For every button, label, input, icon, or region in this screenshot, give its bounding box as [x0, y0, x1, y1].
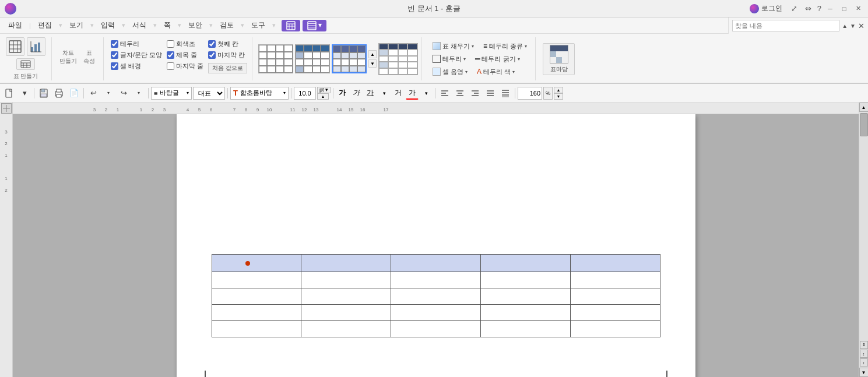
- border-color-btn[interactable]: A 테두리 색 ▾: [473, 66, 518, 77]
- zoom-up-btn[interactable]: ▲: [554, 87, 563, 93]
- table-cell-0-0[interactable]: [212, 255, 301, 272]
- search-input[interactable]: [732, 20, 839, 31]
- outline-select[interactable]: 대표: [193, 87, 225, 100]
- cb-last-row[interactable]: 마지막 줄: [167, 62, 203, 71]
- new-btn[interactable]: [2, 86, 16, 100]
- table-cell-3-1[interactable]: [301, 305, 391, 321]
- format-btn[interactable]: 표마당: [543, 43, 575, 75]
- align-left-btn[interactable]: [438, 86, 452, 100]
- menu-item-tools[interactable]: 도구: [245, 19, 271, 32]
- table-style-1[interactable]: [258, 44, 293, 73]
- font-size-input[interactable]: [294, 87, 316, 100]
- table-cell-0-3[interactable]: [480, 255, 570, 272]
- table-style-4[interactable]: [378, 43, 418, 75]
- table-cell-2-0[interactable]: [212, 288, 301, 305]
- align-right-btn[interactable]: [468, 86, 482, 100]
- justify-all-btn[interactable]: [498, 86, 512, 100]
- menu-item-review[interactable]: 검토: [214, 19, 240, 32]
- table-cell-3-0[interactable]: [212, 305, 301, 321]
- ribbon-active-btn-1[interactable]: [282, 20, 300, 31]
- table-cell-1-4[interactable]: [570, 272, 660, 288]
- table-cell-1-2[interactable]: [391, 272, 481, 288]
- table-cell-1-1[interactable]: [301, 272, 391, 288]
- border-thickness-btn[interactable]: ═ 테두리 굵기 ▾: [472, 54, 523, 65]
- font-size-unit[interactable]: pt ▾: [317, 87, 331, 93]
- table-props-btn[interactable]: [16, 58, 35, 70]
- scroll-down-btn[interactable]: ▼: [859, 368, 869, 377]
- italic-btn[interactable]: 가: [350, 87, 363, 100]
- menu-item-security[interactable]: 보안: [182, 19, 208, 32]
- border-type-btn[interactable]: ≡ 테두리 종류 ▾: [480, 41, 530, 52]
- justify-btn[interactable]: [483, 86, 497, 100]
- menu-item-edit[interactable]: 편집: [32, 19, 58, 32]
- bold-btn[interactable]: 가: [336, 87, 349, 100]
- underline-btn[interactable]: 가: [364, 87, 377, 100]
- scroll-btn-3[interactable]: ↕: [860, 358, 868, 367]
- split-icon-button[interactable]: ⇔: [803, 3, 814, 14]
- style-dropdown[interactable]: ≡ 바탕글 ▾: [151, 87, 192, 100]
- cb-grayscale[interactable]: 회색조: [167, 40, 203, 48]
- style-scroll-up[interactable]: ▲: [368, 50, 377, 58]
- zoom-input[interactable]: [518, 87, 542, 100]
- login-button[interactable]: 로그인: [746, 2, 786, 15]
- font-color-btn[interactable]: 가: [406, 87, 419, 100]
- scroll-btn-1[interactable]: ⇕: [860, 341, 868, 349]
- print-btn[interactable]: [52, 86, 66, 100]
- scroll-btn-2[interactable]: ↕: [860, 350, 868, 358]
- close-button[interactable]: ✕: [853, 3, 863, 14]
- maximize-button[interactable]: □: [839, 3, 849, 14]
- table-cell-2-1[interactable]: [301, 288, 391, 305]
- table-cell-1-3[interactable]: [480, 272, 570, 288]
- undo-btn[interactable]: ↩: [86, 86, 100, 100]
- redo-dropdown-btn[interactable]: ▾: [132, 86, 146, 100]
- cb-char-para[interactable]: 글자/문단 모양: [111, 51, 162, 59]
- undo-dropdown-btn[interactable]: ▾: [101, 86, 115, 100]
- table-style-2[interactable]: [295, 44, 330, 73]
- dropdown-font-btn[interactable]: ▾: [378, 87, 391, 100]
- table-cell-2-4[interactable]: [570, 288, 660, 305]
- align-center-btn[interactable]: [453, 86, 467, 100]
- ribbon-active-btn-2[interactable]: ▾: [303, 20, 326, 31]
- table-cell-4-4[interactable]: [570, 321, 660, 337]
- table-style-3[interactable]: [332, 44, 367, 73]
- search-down-btn[interactable]: ▼: [850, 23, 856, 29]
- zoom-down-btn[interactable]: ▼: [554, 93, 563, 100]
- cb-border[interactable]: 테두리: [111, 40, 162, 48]
- cb-last-col[interactable]: 마지막 칸: [208, 51, 247, 59]
- style-scroll-down[interactable]: ▼: [368, 59, 377, 68]
- table-cell-4-2[interactable]: [391, 321, 481, 337]
- font-dropdown[interactable]: T 합초롬바탕 ▾: [230, 87, 289, 100]
- cell-shade-btn[interactable]: 셀 음영 ▾: [429, 66, 471, 77]
- resize-icon-button[interactable]: ⤢: [789, 3, 800, 14]
- cb-title-row[interactable]: 제목 줄: [167, 51, 203, 59]
- chart-make-btn[interactable]: [27, 37, 45, 56]
- table-cell-0-4[interactable]: [570, 255, 660, 272]
- table-fill-btn[interactable]: 표 채우기 ▾: [429, 41, 477, 52]
- table-cell-4-0[interactable]: [212, 321, 301, 337]
- table-make-btn[interactable]: [6, 37, 24, 56]
- menu-item-format[interactable]: 서식: [126, 19, 152, 32]
- menu-item-input[interactable]: 입력: [95, 19, 121, 32]
- redo-btn[interactable]: ↪: [117, 86, 131, 100]
- minimize-button[interactable]: ─: [825, 3, 835, 14]
- table-cell-4-1[interactable]: [301, 321, 391, 337]
- menu-item-page[interactable]: 쪽: [158, 19, 177, 32]
- table-cell-3-2[interactable]: [391, 305, 481, 321]
- table-cell-1-0[interactable]: [212, 272, 301, 288]
- table-cell-2-3[interactable]: [480, 288, 570, 305]
- table-cell-3-3[interactable]: [480, 305, 570, 321]
- table-cell-2-2[interactable]: [391, 288, 481, 305]
- font-color-dropdown-btn[interactable]: ▾: [420, 87, 433, 100]
- cb-cell-bg[interactable]: 셀 배경: [111, 62, 162, 71]
- open-btn[interactable]: ▾: [17, 86, 31, 100]
- menu-item-file[interactable]: 파일: [2, 19, 28, 32]
- reset-btn[interactable]: 처음 값으로: [208, 63, 247, 73]
- strikethrough-btn[interactable]: 거: [392, 87, 405, 100]
- table-cell-3-4[interactable]: [570, 305, 660, 321]
- save-btn[interactable]: [37, 86, 51, 100]
- print-preview-btn[interactable]: 📄: [67, 86, 81, 100]
- cb-first-col[interactable]: 첫째 칸: [208, 40, 247, 48]
- search-close-btn[interactable]: ✕: [858, 22, 865, 30]
- zoom-unit-btn[interactable]: %: [543, 87, 553, 100]
- table-cell-0-1[interactable]: [301, 255, 391, 272]
